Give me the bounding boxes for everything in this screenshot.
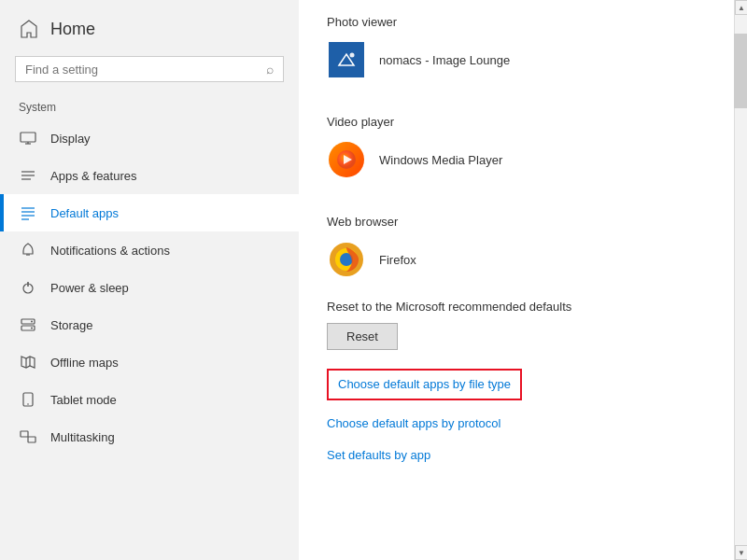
sidebar-item-tablet-label: Tablet mode xyxy=(50,393,117,407)
sidebar-item-display[interactable]: Display xyxy=(0,119,299,157)
sidebar-item-notifications-label: Notifications & actions xyxy=(50,244,170,258)
apps-icon xyxy=(19,166,37,185)
reset-label: Reset to the Microsoft recommended defau… xyxy=(327,300,706,314)
sidebar-item-apps-features[interactable]: Apps & features xyxy=(0,157,299,194)
sidebar-item-display-label: Display xyxy=(50,132,91,146)
video-player-section: Video player xyxy=(327,100,706,183)
maps-icon xyxy=(19,353,37,371)
wmp-app-name: Windows Media Player xyxy=(379,153,502,167)
sidebar-item-multitasking[interactable]: Multitasking xyxy=(0,418,299,455)
video-player-title: Video player xyxy=(327,100,706,129)
reset-button[interactable]: Reset xyxy=(327,323,398,350)
reset-section: Reset to the Microsoft recommended defau… xyxy=(327,300,706,350)
power-icon xyxy=(19,278,37,297)
sidebar-item-power[interactable]: Power & sleep xyxy=(0,269,299,306)
search-input[interactable] xyxy=(25,63,266,77)
firefox-icon xyxy=(327,240,366,279)
sidebar-item-apps-label: Apps & features xyxy=(50,169,137,183)
scrollbar: ▲ ▼ xyxy=(734,0,747,560)
file-type-link[interactable]: Choose default apps by file type xyxy=(327,369,522,400)
nomacs-app-name: nomacs - Image Lounge xyxy=(379,53,510,67)
sidebar-item-offline-maps[interactable]: Offline maps xyxy=(0,343,299,381)
wmp-icon xyxy=(327,140,366,179)
storage-icon xyxy=(19,315,37,334)
firefox-app-name: Firefox xyxy=(379,253,416,267)
display-icon xyxy=(19,129,37,147)
web-browser-section: Web browser Firefox xyxy=(327,200,706,283)
svg-rect-23 xyxy=(28,437,35,442)
sidebar-item-notifications[interactable]: Notifications & actions xyxy=(0,231,299,269)
scrollbar-down-button[interactable]: ▼ xyxy=(735,545,747,560)
home-icon xyxy=(19,19,39,39)
search-icon: ⌕ xyxy=(266,62,274,77)
sidebar-home-header[interactable]: Home xyxy=(0,0,299,49)
scrollbar-thumb[interactable] xyxy=(734,34,747,108)
svg-point-26 xyxy=(350,53,355,58)
svg-rect-0 xyxy=(21,133,35,142)
set-defaults-link[interactable]: Set defaults by app xyxy=(327,447,706,464)
web-browser-app[interactable]: Firefox xyxy=(327,236,706,283)
tablet-icon xyxy=(19,390,37,409)
protocol-link[interactable]: Choose default apps by protocol xyxy=(327,415,706,432)
scrollbar-track xyxy=(735,15,747,545)
photo-viewer-title: Photo viewer xyxy=(327,0,706,29)
nomacs-icon xyxy=(327,40,366,79)
video-player-app[interactable]: Windows Media Player xyxy=(327,136,706,183)
sidebar-item-default-apps-label: Default apps xyxy=(50,206,119,220)
scrollbar-up-button[interactable]: ▲ xyxy=(735,0,747,15)
web-browser-title: Web browser xyxy=(327,200,706,229)
sidebar-item-storage[interactable]: Storage xyxy=(0,306,299,343)
sidebar-item-default-apps[interactable]: Default apps xyxy=(0,194,299,231)
sidebar-item-multitasking-label: Multitasking xyxy=(50,430,115,444)
multitasking-icon xyxy=(19,427,37,446)
sidebar-item-power-label: Power & sleep xyxy=(50,281,129,295)
search-box[interactable]: ⌕ xyxy=(15,56,284,82)
default-apps-icon xyxy=(19,203,37,222)
svg-point-15 xyxy=(31,321,33,323)
sidebar-item-tablet[interactable]: Tablet mode xyxy=(0,381,299,418)
sidebar: Home ⌕ System Display xyxy=(0,0,299,560)
svg-point-16 xyxy=(31,328,33,329)
svg-marker-17 xyxy=(21,357,35,368)
main-content: Photo viewer nomacs - Image Lounge Video… xyxy=(299,0,734,560)
svg-rect-22 xyxy=(21,431,28,437)
notifications-icon xyxy=(19,241,37,259)
system-label: System xyxy=(0,97,299,119)
sidebar-item-maps-label: Offline maps xyxy=(50,356,119,370)
sidebar-home-label: Home xyxy=(50,20,95,39)
svg-point-21 xyxy=(27,403,29,405)
photo-viewer-section: Photo viewer nomacs - Image Lounge xyxy=(327,0,706,83)
photo-viewer-app[interactable]: nomacs - Image Lounge xyxy=(327,36,706,83)
sidebar-item-storage-label: Storage xyxy=(50,318,93,332)
